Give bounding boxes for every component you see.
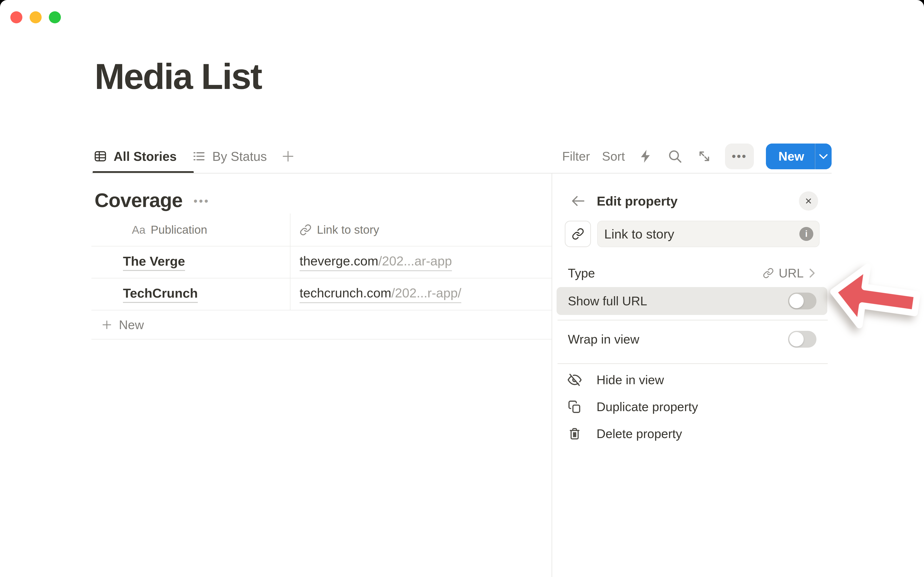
plus-icon [101, 319, 113, 330]
url-link[interactable]: theverge.com/202...ar-app [300, 253, 452, 271]
database-title: Coverage [95, 189, 183, 211]
database-table: Aa Publication Link to story The Verge t… [91, 213, 551, 340]
toggle-knob [789, 294, 804, 308]
back-icon[interactable] [570, 194, 586, 208]
toggle-knob [789, 332, 804, 347]
add-row-label: New [119, 318, 144, 332]
add-view-button[interactable] [281, 149, 295, 163]
notion-window: Media List All Stories By Status Filter … [0, 0, 924, 577]
type-value: URL [779, 266, 804, 280]
cell-publication[interactable]: The Verge [91, 247, 291, 278]
minimize-window-button[interactable] [30, 11, 42, 23]
tab-by-status[interactable]: By Status [190, 149, 269, 164]
cell-link-to-story[interactable]: techcrunch.com/202...r-app/ [291, 279, 551, 310]
menu-item-label: Delete property [596, 427, 682, 441]
column-label: Publication [151, 223, 207, 236]
table-row: The Verge theverge.com/202...ar-app [91, 247, 551, 279]
page-link[interactable]: TechCrunch [123, 285, 198, 303]
link-icon [572, 228, 584, 240]
page-title: Media List [95, 58, 261, 95]
link-icon [300, 224, 312, 236]
filter-button[interactable]: Filter [562, 149, 590, 163]
close-icon [804, 197, 813, 206]
table-header-row: Aa Publication Link to story [91, 213, 551, 247]
property-name-row: Link to story i [565, 221, 819, 247]
wrap-in-view-row[interactable]: Wrap in view [557, 325, 827, 353]
toggle-label: Wrap in view [568, 332, 639, 347]
panel-section-divider [557, 320, 828, 321]
view-options-button[interactable]: ••• [725, 143, 754, 169]
add-row-button[interactable]: New [91, 310, 551, 340]
table-view-icon [94, 149, 107, 163]
automations-button[interactable] [637, 148, 654, 165]
property-name-value: Link to story [604, 226, 674, 242]
window-controls [10, 11, 61, 23]
show-full-url-toggle[interactable] [788, 293, 816, 309]
expand-button[interactable] [696, 148, 713, 165]
close-window-button[interactable] [10, 11, 23, 23]
new-dropdown-button[interactable] [815, 143, 832, 169]
cell-link-to-story[interactable]: theverge.com/202...ar-app [291, 247, 551, 278]
database-title-row: Coverage ••• [95, 189, 210, 211]
tab-label: By Status [212, 149, 267, 164]
property-actions-menu: Hide in view Duplicate property Delete p… [552, 366, 832, 447]
eye-off-icon [568, 373, 582, 387]
tab-all-stories[interactable]: All Stories [91, 149, 179, 164]
search-icon [667, 148, 683, 164]
lightning-icon [638, 148, 653, 164]
panel-section-divider [557, 363, 828, 364]
cell-publication[interactable]: TechCrunch [91, 279, 291, 310]
hide-in-view-item[interactable]: Hide in view [552, 366, 832, 393]
delete-property-item[interactable]: Delete property [552, 420, 832, 447]
toggle-label: Show full URL [568, 294, 647, 308]
type-label: Type [568, 266, 595, 280]
panel-title: Edit property [597, 193, 678, 208]
table-row: TechCrunch techcrunch.com/202...r-app/ [91, 279, 551, 310]
wrap-in-view-toggle[interactable] [788, 331, 816, 348]
view-actions: Filter Sort ••• New [562, 143, 832, 169]
close-panel-button[interactable] [799, 191, 818, 211]
property-type-icon-button[interactable] [565, 221, 591, 247]
edit-property-panel: Edit property Link to story i Type URL [552, 174, 832, 447]
page-link[interactable]: The Verge [123, 254, 185, 271]
database-more-button[interactable]: ••• [194, 195, 210, 207]
type-value-group: URL [763, 266, 816, 280]
annotation-arrow-left [822, 253, 924, 343]
title-property-icon: Aa [132, 223, 145, 236]
view-tabs: All Stories By Status [91, 149, 295, 164]
column-header-link-to-story[interactable]: Link to story [291, 213, 551, 246]
duplicate-property-item[interactable]: Duplicate property [552, 393, 832, 420]
column-header-publication[interactable]: Aa Publication [91, 213, 291, 246]
column-label: Link to story [317, 223, 379, 236]
property-name-input[interactable]: Link to story i [597, 221, 819, 247]
chevron-right-icon [809, 268, 816, 279]
url-link[interactable]: techcrunch.com/202...r-app/ [300, 285, 461, 303]
menu-item-label: Hide in view [596, 372, 664, 387]
view-toolbar: All Stories By Status Filter Sort [91, 139, 832, 173]
show-full-url-row[interactable]: Show full URL [557, 287, 827, 315]
duplicate-icon [568, 400, 582, 414]
expand-window-button[interactable] [49, 11, 61, 23]
tab-label: All Stories [113, 149, 177, 164]
board-list-icon [192, 149, 206, 163]
link-icon [763, 268, 774, 279]
menu-item-label: Duplicate property [596, 400, 698, 414]
info-icon[interactable]: i [800, 227, 813, 241]
new-button[interactable]: New [766, 143, 815, 169]
property-type-row[interactable]: Type URL [552, 263, 832, 283]
expand-diagonal-icon [697, 149, 712, 163]
sort-button[interactable]: Sort [602, 149, 625, 163]
panel-header: Edit property [552, 187, 832, 214]
trash-icon [568, 427, 582, 440]
chevron-down-icon [819, 153, 828, 160]
new-button-group: New [766, 143, 832, 169]
search-button[interactable] [666, 148, 683, 165]
